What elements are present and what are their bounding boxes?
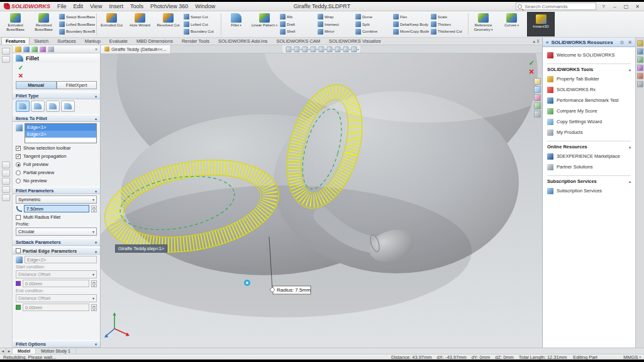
dimxpertmanager-tab-icon[interactable]	[40, 47, 46, 52]
solidworks-rx-link[interactable]: SOLIDWORKS Rx	[547, 85, 631, 94]
ok-button[interactable]: ✓	[16, 63, 26, 71]
appearances-tab-icon[interactable]	[637, 73, 643, 79]
wrap-button[interactable]: Wrap	[317, 13, 353, 21]
collapsed-panel-icon[interactable]	[2, 186, 10, 193]
panel-overflow-icon[interactable]: »	[95, 47, 97, 52]
menu-edit[interactable]: Edit	[73, 3, 84, 9]
grid-icon[interactable]	[534, 102, 541, 109]
view-settings-icon[interactable]	[352, 47, 357, 52]
full-preview-radio[interactable]: Full preview	[16, 161, 97, 168]
view-orientation-icon[interactable]	[311, 47, 316, 52]
setback-parameters-header[interactable]: Setback Parameters▾	[13, 238, 100, 246]
cube-icon[interactable]	[534, 111, 541, 118]
dome-button[interactable]: Dome	[355, 13, 391, 21]
fillet-parameters-header[interactable]: Fillet Parameters▴	[13, 187, 100, 194]
extruded-cut-button[interactable]: Extruded Cut	[97, 12, 126, 36]
visibility-icon[interactable]	[534, 86, 541, 93]
collapsed-panel-icon[interactable]	[2, 170, 10, 177]
tab-solidworks-addins[interactable]: SOLIDWORKS Add-Ins	[214, 37, 272, 45]
model-canvas[interactable]: Radius: 7.5mm	[101, 53, 542, 348]
thickened-cut-button[interactable]: Thickened Cut	[430, 28, 467, 35]
apply-scene-icon[interactable]	[343, 47, 349, 52]
tab-render-tools[interactable]: Render Tools	[177, 37, 214, 45]
radius-stepper[interactable]	[91, 206, 97, 212]
combine-button[interactable]: Combine	[355, 28, 391, 35]
intersect-button[interactable]: Intersect	[317, 21, 353, 28]
menu-view[interactable]: View	[89, 3, 103, 9]
display-style-icon[interactable]	[319, 47, 325, 52]
palette-icon[interactable]	[534, 94, 541, 101]
tab-markup[interactable]: Markup	[80, 37, 105, 45]
marketplace-link[interactable]: 3DEXPERIENCE Marketplace	[547, 152, 631, 160]
linear-pattern-button[interactable]: Linear Pattern	[250, 12, 279, 36]
design-library-tab-icon[interactable]	[637, 48, 643, 55]
checkbox-icon[interactable]	[16, 248, 21, 253]
file-explorer-tab-icon[interactable]	[637, 57, 643, 63]
hide-show-items-icon[interactable]	[327, 47, 333, 52]
close-button[interactable]: ✕	[633, 3, 641, 10]
lofted-cut-button[interactable]: Lofted Cut	[183, 21, 219, 28]
variable-size-fillet-button[interactable]	[31, 101, 45, 112]
minimize-button[interactable]: –	[611, 3, 619, 10]
configurationmanager-tab-icon[interactable]	[31, 47, 38, 52]
full-round-fillet-button[interactable]	[61, 101, 75, 112]
tab-evaluate[interactable]: Evaluate	[105, 37, 132, 45]
propertymanager-tab-icon[interactable]	[23, 47, 30, 52]
motion-study-tab[interactable]: Motion Study 1	[36, 348, 76, 354]
boundary-boss-button[interactable]: Boundary Boss/Base	[58, 28, 95, 35]
performance-benchmark-link[interactable]: Performance Benchmark Test	[547, 96, 631, 104]
graphics-viewport[interactable]: Giraffe Teddy (Default<<...	[101, 45, 542, 348]
welcome-link[interactable]: Welcome to SOLIDWORKS	[547, 51, 631, 59]
copy-settings-wizard-link[interactable]: Copy Settings Wizard	[547, 118, 631, 126]
show-selection-toolbar-row[interactable]: Show selection toolbar	[16, 145, 97, 151]
tag-icon[interactable]	[534, 78, 541, 85]
collapsed-panel-icon[interactable]	[2, 56, 10, 63]
close-icon[interactable]: ✕	[628, 40, 632, 45]
tab-solidworks-visualize[interactable]: SOLIDWORKS Visualize	[325, 37, 386, 45]
menu-tools[interactable]: Tools	[130, 3, 144, 9]
revolved-cut-button[interactable]: Revolved Cut	[154, 12, 182, 36]
confirm-cancel-button[interactable]: ✕	[527, 68, 536, 75]
my-products-link[interactable]: My Products	[547, 128, 631, 136]
start-offset-input[interactable]: 0.00mm	[23, 280, 89, 287]
edge-selection-list[interactable]: Edge<1> Edge<2>	[25, 123, 97, 143]
section-view-icon[interactable]	[303, 47, 308, 52]
collapse-left-icon[interactable]: «	[546, 40, 548, 45]
tab-scroll-left-icon[interactable]	[0, 348, 6, 354]
hole-wizard-button[interactable]: Hole Wizard	[126, 12, 154, 36]
reference-geometry-button[interactable]: Reference Geometry	[469, 12, 497, 36]
end-offset-stepper[interactable]	[91, 304, 97, 311]
boundary-cut-button[interactable]: Boundary Cut	[183, 28, 219, 35]
manual-mode-button[interactable]: Manual	[16, 81, 57, 89]
document-tab[interactable]: Giraffe Teddy (Default<<...	[101, 45, 171, 53]
help-button[interactable]: ?	[599, 3, 608, 10]
confirm-ok-button[interactable]: ✓	[527, 59, 536, 67]
featuremanager-tree-tab-icon[interactable]	[15, 47, 21, 52]
menu-photoview[interactable]: PhotoView 360	[150, 3, 189, 9]
partial-preview-radio[interactable]: Partial preview	[16, 169, 97, 176]
extruded-boss-button[interactable]: Extruded Boss/Base	[1, 12, 30, 36]
tab-sketch[interactable]: Sketch	[30, 37, 53, 45]
curves-button[interactable]: Curves	[497, 12, 526, 36]
tab-mbd-dimensions[interactable]: MBD Dimensions	[132, 37, 177, 45]
search-input[interactable]	[523, 3, 594, 10]
collapsed-panel-icon[interactable]	[2, 178, 10, 185]
ribbon-collapse-icon[interactable]: ▴ ⊼	[533, 39, 542, 45]
zoom-fit-icon[interactable]	[286, 47, 292, 52]
compare-my-score-link[interactable]: Compare My Score	[547, 107, 631, 115]
delta-keep-body-button[interactable]: Delta/Keep Body	[392, 21, 429, 28]
subscription-services-link[interactable]: Subscription Services	[547, 187, 631, 195]
menu-insert[interactable]: Insert	[108, 3, 124, 9]
subscription-section-header[interactable]: Subscription Services▴	[547, 175, 631, 184]
fillet-type-header[interactable]: Fillet Type▴	[13, 92, 100, 99]
mirror-button[interactable]: Mirror	[317, 28, 353, 35]
pin-icon[interactable]: ⊙	[620, 40, 625, 45]
filletxpert-mode-button[interactable]: FilletXpert	[57, 81, 97, 89]
maximize-button[interactable]: ▢	[622, 3, 630, 10]
collapsed-panel-icon[interactable]	[2, 162, 10, 168]
fillet-options-header[interactable]: Fillet Options▾	[13, 340, 100, 348]
displaymanager-tab-icon[interactable]	[48, 47, 54, 52]
rib-button[interactable]: Rib	[279, 13, 316, 21]
symmetric-dropdown[interactable]: Symmetric▾	[16, 195, 97, 204]
split-button[interactable]: Split	[355, 21, 391, 28]
